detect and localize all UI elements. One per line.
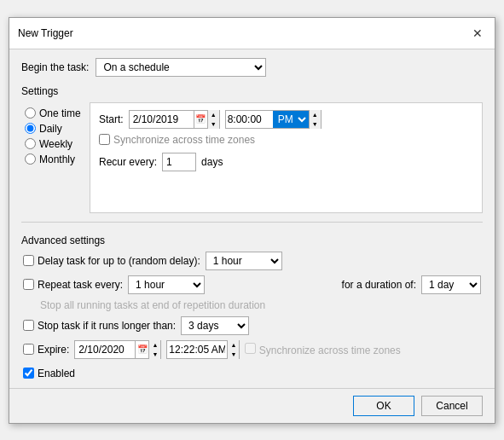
- expire-date-group: 📅 ▲ ▼: [74, 340, 161, 359]
- radio-one-time-label: One time: [39, 107, 81, 119]
- expire-sync-checkbox: [245, 343, 256, 354]
- for-duration-group: for a duration of: 1 day Indefinitely 30…: [342, 275, 481, 294]
- enabled-checkbox-label[interactable]: Enabled: [23, 368, 75, 379]
- expire-label-text: Expire:: [38, 344, 69, 356]
- expire-time-group: ▲ ▼: [166, 340, 240, 359]
- date-spin-down[interactable]: ▼: [208, 119, 219, 129]
- radio-weekly-input[interactable]: [25, 138, 36, 149]
- radio-monthly-input[interactable]: [25, 153, 36, 165]
- stop-repetition-text: Stop all running tasks at end of repetit…: [23, 299, 481, 311]
- radio-daily-input[interactable]: [25, 123, 36, 134]
- repeat-checkbox-label[interactable]: Repeat task every:: [23, 279, 123, 291]
- start-date-input[interactable]: [130, 111, 194, 128]
- ok-button[interactable]: OK: [353, 396, 414, 416]
- expire-checkbox[interactable]: [23, 344, 34, 355]
- expire-time-input[interactable]: [167, 341, 227, 358]
- for-duration-label: for a duration of:: [342, 279, 416, 291]
- radio-daily[interactable]: Daily: [25, 123, 86, 135]
- radio-daily-label: Daily: [39, 123, 62, 135]
- delay-checkbox[interactable]: [23, 255, 34, 266]
- close-button[interactable]: ✕: [469, 25, 486, 42]
- expire-time-spin: ▲ ▼: [227, 340, 239, 359]
- expire-date-spin-down[interactable]: ▼: [149, 350, 160, 359]
- begin-task-label: Begin the task:: [21, 61, 89, 73]
- time-spin: ▲ ▼: [309, 110, 321, 129]
- repeat-task-row: Repeat task every: 1 hour 30 minutes 15 …: [23, 275, 481, 294]
- radio-group: One time Daily Weekly Monthly: [21, 102, 90, 213]
- expire-row: Expire: 📅 ▲ ▼ ▲ ▼: [23, 340, 481, 359]
- start-label: Start:: [99, 113, 124, 125]
- expire-sync-label-text: Synchronize across time zones: [259, 344, 401, 356]
- delay-checkbox-label[interactable]: Delay task for up to (random delay):: [23, 255, 200, 267]
- recur-row: Recur every: days: [99, 153, 473, 171]
- start-row: Start: 📅 ▲ ▼ PM AM: [99, 110, 473, 146]
- enabled-row: Enabled: [23, 368, 481, 379]
- cancel-button[interactable]: Cancel: [421, 396, 483, 416]
- radio-weekly-label: Weekly: [39, 138, 72, 150]
- radio-monthly[interactable]: Monthly: [25, 153, 86, 165]
- dialog-body: Begin the task: On a schedule At log on …: [9, 49, 495, 388]
- expire-sync-label[interactable]: Synchronize across time zones: [245, 343, 400, 356]
- repeat-label-text: Repeat task every:: [38, 279, 123, 291]
- calendar-icon[interactable]: 📅: [194, 110, 207, 129]
- repeat-checkbox[interactable]: [23, 279, 34, 290]
- divider: [21, 222, 483, 223]
- begin-task-dropdown[interactable]: On a schedule At log on At startup On id…: [96, 58, 266, 77]
- delay-dropdown[interactable]: 1 hour 30 minutes 15 minutes 2 hours: [206, 252, 282, 270]
- recur-label: Recur every:: [99, 156, 157, 168]
- for-duration-dropdown[interactable]: 1 day Indefinitely 30 minutes 1 hour: [421, 275, 481, 294]
- time-spin-up[interactable]: ▲: [310, 110, 321, 119]
- radio-monthly-label: Monthly: [39, 153, 75, 165]
- settings-section-label: Settings: [21, 85, 483, 97]
- stop-longer-checkbox-label[interactable]: Stop task if it runs longer than:: [23, 320, 176, 332]
- advanced-section-label: Advanced settings: [21, 234, 483, 246]
- begin-task-row: Begin the task: On a schedule At log on …: [21, 58, 483, 77]
- time-spin-down[interactable]: ▼: [310, 119, 321, 129]
- delay-task-row: Delay task for up to (random delay): 1 h…: [23, 252, 481, 270]
- enabled-label-text: Enabled: [38, 368, 75, 379]
- dialog-title: New Trigger: [18, 27, 73, 39]
- advanced-section: Delay task for up to (random delay): 1 h…: [21, 252, 483, 379]
- stop-longer-label-text: Stop task if it runs longer than:: [38, 320, 176, 332]
- start-time-input[interactable]: [226, 111, 273, 128]
- start-date-input-group: 📅 ▲ ▼: [129, 110, 220, 129]
- date-spin-up[interactable]: ▲: [208, 110, 219, 119]
- recur-unit: days: [201, 156, 223, 168]
- enabled-checkbox[interactable]: [23, 368, 34, 379]
- stop-longer-row: Stop task if it runs longer than: 3 days…: [23, 316, 481, 335]
- expire-calendar-icon[interactable]: 📅: [135, 340, 148, 359]
- stop-longer-checkbox[interactable]: [23, 320, 34, 331]
- expire-date-spin: ▲ ▼: [148, 340, 160, 359]
- new-trigger-dialog: New Trigger ✕ Begin the task: On a sched…: [9, 17, 495, 424]
- delay-label-text: Delay task for up to (random delay):: [38, 255, 200, 267]
- footer: OK Cancel: [9, 388, 495, 423]
- expire-date-spin-up[interactable]: ▲: [149, 340, 160, 350]
- title-bar: New Trigger ✕: [9, 18, 495, 49]
- sync-label-text: Synchronize across time zones: [113, 134, 255, 146]
- repeat-dropdown[interactable]: 1 hour 30 minutes 15 minutes: [128, 275, 205, 294]
- radio-one-time-input[interactable]: [25, 107, 36, 119]
- expire-date-input[interactable]: [75, 341, 135, 358]
- ampm-select[interactable]: PM AM: [273, 111, 309, 128]
- date-spin: ▲ ▼: [207, 110, 219, 129]
- expire-checkbox-label[interactable]: Expire:: [23, 344, 69, 356]
- radio-weekly[interactable]: Weekly: [25, 138, 86, 150]
- sync-checkbox[interactable]: [99, 134, 110, 145]
- expire-time-spin-down[interactable]: ▼: [228, 350, 239, 359]
- recur-value-input[interactable]: [162, 153, 196, 171]
- expire-time-spin-up[interactable]: ▲: [228, 340, 239, 350]
- start-time-input-group: PM AM ▲ ▼: [225, 110, 322, 129]
- sync-label[interactable]: Synchronize across time zones: [99, 134, 255, 146]
- settings-right-panel: Start: 📅 ▲ ▼ PM AM: [90, 102, 483, 213]
- stop-longer-dropdown[interactable]: 3 days 1 hour 1 day 2 days: [181, 316, 249, 335]
- radio-one-time[interactable]: One time: [25, 107, 86, 119]
- settings-section: One time Daily Weekly Monthly: [21, 102, 483, 213]
